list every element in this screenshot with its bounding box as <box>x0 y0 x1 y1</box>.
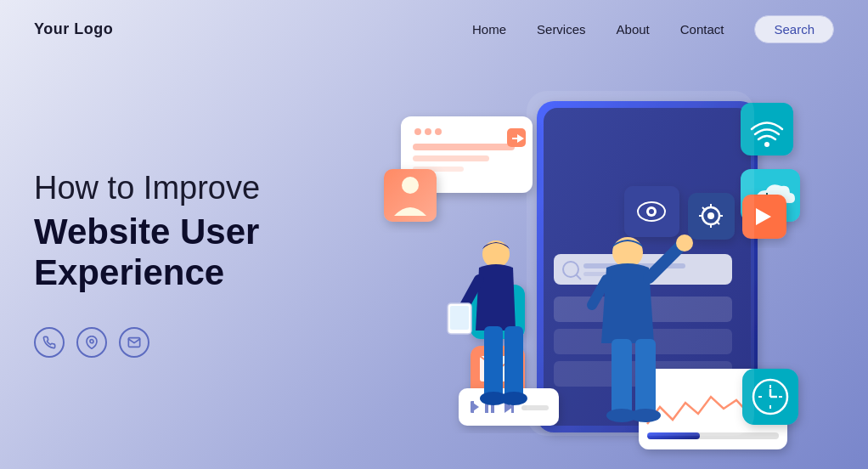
svg-point-62 <box>482 240 510 268</box>
logo: Your Logo <box>34 20 113 38</box>
hero-section: How to Improve Website UserExperience <box>34 169 357 358</box>
svg-rect-65 <box>450 306 469 330</box>
svg-point-22 <box>764 142 769 147</box>
illustration <box>357 59 834 468</box>
svg-rect-16 <box>413 155 489 161</box>
email-icon[interactable] <box>119 327 149 358</box>
nav-about[interactable]: About <box>617 22 650 37</box>
svg-rect-67 <box>504 326 523 398</box>
search-button[interactable]: Search <box>754 15 834 43</box>
phone-icon[interactable] <box>34 327 65 358</box>
svg-rect-78 <box>527 91 754 436</box>
svg-rect-45 <box>471 401 474 413</box>
svg-point-0 <box>90 340 93 343</box>
svg-rect-15 <box>413 144 515 150</box>
svg-rect-66 <box>484 326 503 398</box>
header: Your Logo Home Services About Contact Se… <box>0 0 868 59</box>
location-icon[interactable] <box>76 327 107 358</box>
svg-point-13 <box>425 128 431 135</box>
svg-point-69 <box>500 392 527 405</box>
contact-icons-row <box>34 327 357 358</box>
nav-home[interactable]: Home <box>472 22 506 37</box>
main-nav: Home Services About Contact Search <box>472 15 834 43</box>
svg-point-20 <box>402 177 419 194</box>
hero-title-light: How to Improve <box>34 169 357 208</box>
svg-point-14 <box>435 128 442 135</box>
main-content: How to Improve Website UserExperience <box>0 59 868 468</box>
nav-contact[interactable]: Contact <box>680 22 724 37</box>
hero-title-bold: Website UserExperience <box>34 212 357 294</box>
nav-services[interactable]: Services <box>537 22 586 37</box>
svg-point-12 <box>414 128 421 135</box>
